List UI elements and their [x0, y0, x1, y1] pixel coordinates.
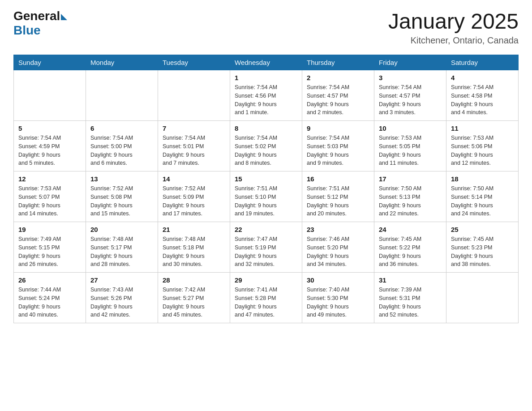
- day-number: 25: [451, 226, 514, 233]
- page-header: General Blue January 2025 Kitchener, Ont…: [13, 9, 519, 46]
- logo-arrow-icon: [61, 14, 67, 20]
- calendar-day-27: 27Sunrise: 7:43 AMSunset: 5:26 PMDayligh…: [86, 273, 158, 323]
- calendar-empty-cell: [86, 70, 158, 121]
- day-number: 18: [451, 175, 514, 183]
- calendar-day-21: 21Sunrise: 7:48 AMSunset: 5:18 PMDayligh…: [158, 222, 230, 273]
- calendar-day-11: 11Sunrise: 7:53 AMSunset: 5:06 PMDayligh…: [446, 121, 519, 171]
- calendar-day-12: 12Sunrise: 7:53 AMSunset: 5:07 PMDayligh…: [14, 171, 86, 222]
- day-number: 20: [90, 226, 153, 233]
- day-info: Sunrise: 7:54 AMSunset: 4:59 PMDaylight:…: [18, 134, 81, 167]
- column-header-tuesday: Tuesday: [158, 55, 230, 70]
- day-info: Sunrise: 7:54 AMSunset: 5:01 PMDaylight:…: [163, 134, 225, 167]
- day-number: 21: [163, 226, 225, 233]
- day-info: Sunrise: 7:52 AMSunset: 5:08 PMDaylight:…: [90, 184, 153, 218]
- day-info: Sunrise: 7:54 AMSunset: 5:00 PMDaylight:…: [90, 134, 153, 167]
- calendar-day-9: 9Sunrise: 7:54 AMSunset: 5:03 PMDaylight…: [302, 121, 374, 171]
- day-info: Sunrise: 7:50 AMSunset: 5:14 PMDaylight:…: [451, 184, 514, 218]
- location-text: Kitchener, Ontario, Canada: [388, 35, 519, 46]
- day-info: Sunrise: 7:42 AMSunset: 5:27 PMDaylight:…: [163, 286, 225, 319]
- day-info: Sunrise: 7:41 AMSunset: 5:28 PMDaylight:…: [235, 286, 297, 319]
- day-info: Sunrise: 7:54 AMSunset: 4:57 PMDaylight:…: [307, 83, 369, 117]
- logo-general-text: General: [13, 9, 60, 23]
- calendar-empty-cell: [14, 70, 86, 121]
- month-title: January 2025: [388, 9, 519, 34]
- calendar-week-row: 26Sunrise: 7:44 AMSunset: 5:24 PMDayligh…: [14, 273, 519, 323]
- column-header-saturday: Saturday: [446, 55, 519, 70]
- calendar-day-31: 31Sunrise: 7:39 AMSunset: 5:31 PMDayligh…: [374, 273, 446, 323]
- day-number: 16: [307, 175, 369, 183]
- day-info: Sunrise: 7:54 AMSunset: 5:02 PMDaylight:…: [235, 134, 297, 167]
- calendar-day-6: 6Sunrise: 7:54 AMSunset: 5:00 PMDaylight…: [86, 121, 158, 171]
- day-info: Sunrise: 7:50 AMSunset: 5:13 PMDaylight:…: [379, 184, 442, 218]
- calendar-day-1: 1Sunrise: 7:54 AMSunset: 4:56 PMDaylight…: [230, 70, 302, 121]
- day-number: 13: [90, 175, 153, 183]
- day-number: 24: [379, 226, 442, 233]
- calendar-day-19: 19Sunrise: 7:49 AMSunset: 5:15 PMDayligh…: [14, 222, 86, 273]
- calendar-day-30: 30Sunrise: 7:40 AMSunset: 5:30 PMDayligh…: [302, 273, 374, 323]
- day-info: Sunrise: 7:47 AMSunset: 5:19 PMDaylight:…: [235, 235, 297, 269]
- day-number: 28: [163, 276, 225, 284]
- day-number: 26: [18, 276, 81, 284]
- day-info: Sunrise: 7:54 AMSunset: 4:57 PMDaylight:…: [379, 83, 442, 117]
- calendar-day-16: 16Sunrise: 7:51 AMSunset: 5:12 PMDayligh…: [302, 171, 374, 222]
- day-number: 10: [379, 124, 442, 132]
- calendar-day-20: 20Sunrise: 7:48 AMSunset: 5:17 PMDayligh…: [86, 222, 158, 273]
- day-number: 15: [235, 175, 297, 183]
- calendar-day-3: 3Sunrise: 7:54 AMSunset: 4:57 PMDaylight…: [374, 70, 446, 121]
- calendar-day-28: 28Sunrise: 7:42 AMSunset: 5:27 PMDayligh…: [158, 273, 230, 323]
- calendar-day-29: 29Sunrise: 7:41 AMSunset: 5:28 PMDayligh…: [230, 273, 302, 323]
- calendar-empty-cell: [158, 70, 230, 121]
- column-header-friday: Friday: [374, 55, 446, 70]
- day-number: 31: [379, 276, 442, 284]
- calendar-table: SundayMondayTuesdayWednesdayThursdayFrid…: [13, 55, 519, 323]
- day-info: Sunrise: 7:54 AMSunset: 4:58 PMDaylight:…: [451, 83, 514, 117]
- title-section: January 2025 Kitchener, Ontario, Canada: [388, 9, 519, 46]
- column-header-sunday: Sunday: [14, 55, 86, 70]
- calendar-week-row: 5Sunrise: 7:54 AMSunset: 4:59 PMDaylight…: [14, 121, 519, 171]
- day-info: Sunrise: 7:44 AMSunset: 5:24 PMDaylight:…: [18, 286, 81, 319]
- calendar-day-8: 8Sunrise: 7:54 AMSunset: 5:02 PMDaylight…: [230, 121, 302, 171]
- day-info: Sunrise: 7:53 AMSunset: 5:07 PMDaylight:…: [18, 184, 81, 218]
- day-number: 4: [451, 74, 514, 81]
- day-number: 2: [307, 74, 369, 81]
- column-header-wednesday: Wednesday: [230, 55, 302, 70]
- calendar-day-4: 4Sunrise: 7:54 AMSunset: 4:58 PMDaylight…: [446, 70, 519, 121]
- calendar-day-7: 7Sunrise: 7:54 AMSunset: 5:01 PMDaylight…: [158, 121, 230, 171]
- day-number: 14: [163, 175, 225, 183]
- day-number: 7: [163, 124, 225, 132]
- calendar-day-10: 10Sunrise: 7:53 AMSunset: 5:05 PMDayligh…: [374, 121, 446, 171]
- day-info: Sunrise: 7:48 AMSunset: 5:18 PMDaylight:…: [163, 235, 225, 269]
- day-number: 30: [307, 276, 369, 284]
- day-info: Sunrise: 7:45 AMSunset: 5:22 PMDaylight:…: [379, 235, 442, 269]
- calendar-day-13: 13Sunrise: 7:52 AMSunset: 5:08 PMDayligh…: [86, 171, 158, 222]
- day-number: 29: [235, 276, 297, 284]
- calendar-day-17: 17Sunrise: 7:50 AMSunset: 5:13 PMDayligh…: [374, 171, 446, 222]
- calendar-day-26: 26Sunrise: 7:44 AMSunset: 5:24 PMDayligh…: [14, 273, 86, 323]
- day-info: Sunrise: 7:40 AMSunset: 5:30 PMDaylight:…: [307, 286, 369, 319]
- calendar-week-row: 1Sunrise: 7:54 AMSunset: 4:56 PMDaylight…: [14, 70, 519, 121]
- calendar-day-2: 2Sunrise: 7:54 AMSunset: 4:57 PMDaylight…: [302, 70, 374, 121]
- calendar-header-row: SundayMondayTuesdayWednesdayThursdayFrid…: [14, 55, 519, 70]
- day-info: Sunrise: 7:53 AMSunset: 5:05 PMDaylight:…: [379, 134, 442, 167]
- day-info: Sunrise: 7:51 AMSunset: 5:10 PMDaylight:…: [235, 184, 297, 218]
- day-number: 3: [379, 74, 442, 81]
- day-number: 9: [307, 124, 369, 132]
- calendar-day-25: 25Sunrise: 7:45 AMSunset: 5:23 PMDayligh…: [446, 222, 519, 273]
- day-number: 1: [235, 74, 297, 81]
- calendar-week-row: 19Sunrise: 7:49 AMSunset: 5:15 PMDayligh…: [14, 222, 519, 273]
- day-number: 6: [90, 124, 153, 132]
- calendar-day-5: 5Sunrise: 7:54 AMSunset: 4:59 PMDaylight…: [14, 121, 86, 171]
- day-info: Sunrise: 7:54 AMSunset: 4:56 PMDaylight:…: [235, 83, 297, 117]
- day-number: 11: [451, 124, 514, 132]
- day-info: Sunrise: 7:43 AMSunset: 5:26 PMDaylight:…: [90, 286, 153, 319]
- day-info: Sunrise: 7:39 AMSunset: 5:31 PMDaylight:…: [379, 286, 442, 319]
- day-number: 17: [379, 175, 442, 183]
- day-info: Sunrise: 7:49 AMSunset: 5:15 PMDaylight:…: [18, 235, 81, 269]
- calendar-day-14: 14Sunrise: 7:52 AMSunset: 5:09 PMDayligh…: [158, 171, 230, 222]
- calendar-day-22: 22Sunrise: 7:47 AMSunset: 5:19 PMDayligh…: [230, 222, 302, 273]
- calendar-week-row: 12Sunrise: 7:53 AMSunset: 5:07 PMDayligh…: [14, 171, 519, 222]
- day-number: 23: [307, 226, 369, 233]
- day-info: Sunrise: 7:48 AMSunset: 5:17 PMDaylight:…: [90, 235, 153, 269]
- day-number: 12: [18, 175, 81, 183]
- day-info: Sunrise: 7:46 AMSunset: 5:20 PMDaylight:…: [307, 235, 369, 269]
